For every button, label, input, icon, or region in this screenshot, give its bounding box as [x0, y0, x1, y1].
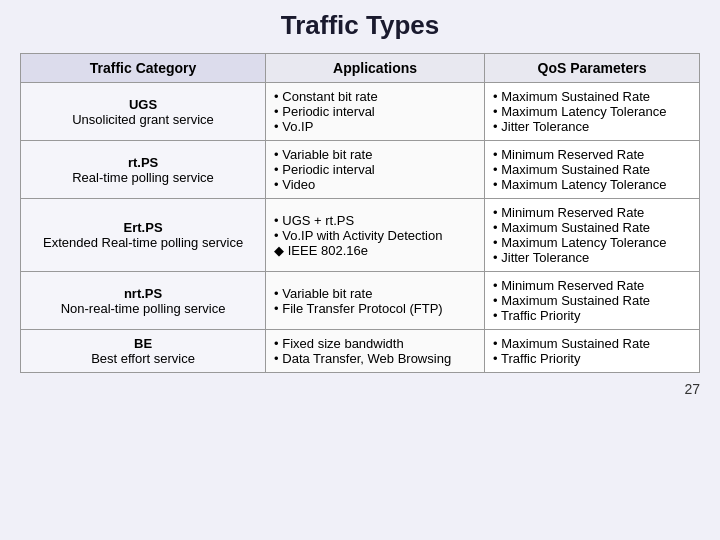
category-subtitle: Extended Real-time polling service — [43, 235, 243, 250]
page-number: 27 — [684, 381, 700, 397]
table-row-category: BEBest effort service — [21, 330, 266, 373]
qos-item: • Traffic Priority — [493, 351, 580, 366]
col-header-category: Traffic Category — [21, 54, 266, 83]
qos-item: • Minimum Reserved Rate — [493, 147, 644, 162]
table-row-applications: • Fixed size bandwidth• Data Transfer, W… — [266, 330, 485, 373]
category-subtitle: Best effort service — [91, 351, 195, 366]
table-row-category: Ert.PSExtended Real-time polling service — [21, 199, 266, 272]
application-item: • Video — [274, 177, 315, 192]
table-row-qos: • Minimum Reserved Rate• Maximum Sustain… — [485, 141, 700, 199]
application-item: • Fixed size bandwidth — [274, 336, 404, 351]
table-row-applications: • UGS + rt.PS• Vo.IP with Activity Detec… — [266, 199, 485, 272]
table-row-category: rt.PSReal-time polling service — [21, 141, 266, 199]
category-subtitle: Unsolicited grant service — [72, 112, 214, 127]
qos-item: • Maximum Sustained Rate — [493, 336, 650, 351]
table-row-qos: • Maximum Sustained Rate• Maximum Latenc… — [485, 83, 700, 141]
application-item: • Vo.IP with Activity Detection — [274, 228, 442, 243]
table-row-applications: • Variable bit rate• Periodic interval• … — [266, 141, 485, 199]
application-item: • Data Transfer, Web Browsing — [274, 351, 451, 366]
qos-item: • Jitter Tolerance — [493, 250, 589, 265]
application-item: • UGS + rt.PS — [274, 213, 354, 228]
traffic-types-table: Traffic Category Applications QoS Parame… — [20, 53, 700, 373]
table-row-category: nrt.PSNon-real-time polling service — [21, 272, 266, 330]
application-item: • Periodic interval — [274, 104, 375, 119]
table-row-qos: • Minimum Reserved Rate• Maximum Sustain… — [485, 272, 700, 330]
application-item: • Periodic interval — [274, 162, 375, 177]
application-item: • Constant bit rate — [274, 89, 378, 104]
application-item: ◆ IEEE 802.16e — [274, 243, 368, 258]
application-item: • Vo.IP — [274, 119, 313, 134]
category-title: Ert.PS — [124, 220, 163, 235]
qos-item: • Maximum Sustained Rate — [493, 220, 650, 235]
table-row-qos: • Maximum Sustained Rate• Traffic Priori… — [485, 330, 700, 373]
page-title: Traffic Types — [281, 10, 439, 41]
table-row-applications: • Constant bit rate• Periodic interval• … — [266, 83, 485, 141]
table-row-applications: • Variable bit rate• File Transfer Proto… — [266, 272, 485, 330]
qos-item: • Maximum Sustained Rate — [493, 162, 650, 177]
qos-item: • Minimum Reserved Rate — [493, 278, 644, 293]
category-title: UGS — [129, 97, 157, 112]
qos-item: • Jitter Tolerance — [493, 119, 589, 134]
qos-item: • Minimum Reserved Rate — [493, 205, 644, 220]
category-subtitle: Real-time polling service — [72, 170, 214, 185]
qos-item: • Maximum Sustained Rate — [493, 89, 650, 104]
col-header-applications: Applications — [266, 54, 485, 83]
application-item: • File Transfer Protocol (FTP) — [274, 301, 443, 316]
qos-item: • Maximum Sustained Rate — [493, 293, 650, 308]
qos-item: • Traffic Priority — [493, 308, 580, 323]
application-item: • Variable bit rate — [274, 286, 372, 301]
table-row-category: UGSUnsolicited grant service — [21, 83, 266, 141]
category-title: rt.PS — [128, 155, 158, 170]
qos-item: • Maximum Latency Tolerance — [493, 235, 666, 250]
table-row-qos: • Minimum Reserved Rate• Maximum Sustain… — [485, 199, 700, 272]
qos-item: • Maximum Latency Tolerance — [493, 177, 666, 192]
col-header-qos: QoS Parameters — [485, 54, 700, 83]
qos-item: • Maximum Latency Tolerance — [493, 104, 666, 119]
category-title: BE — [134, 336, 152, 351]
application-item: • Variable bit rate — [274, 147, 372, 162]
category-title: nrt.PS — [124, 286, 162, 301]
category-subtitle: Non-real-time polling service — [61, 301, 226, 316]
